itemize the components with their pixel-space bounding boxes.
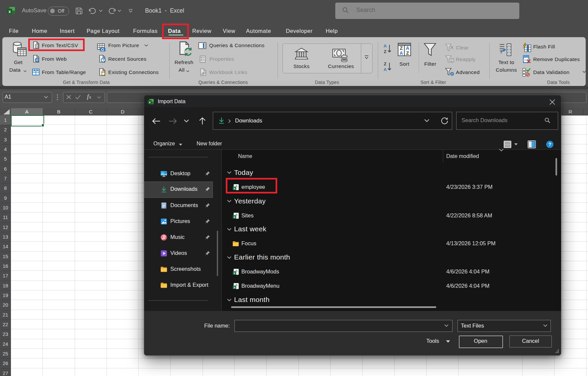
svg-text:Z: Z <box>384 61 386 66</box>
svg-text:A: A <box>399 50 403 56</box>
svg-text:A: A <box>406 45 409 51</box>
svg-text:A: A <box>383 43 387 48</box>
svg-text:x: x <box>234 215 235 219</box>
svg-text:Z: Z <box>406 50 409 56</box>
svg-text:Z: Z <box>400 45 403 51</box>
svg-text:x: x <box>234 271 235 275</box>
svg-text:Z: Z <box>384 49 386 54</box>
svg-text:x: x <box>9 9 11 14</box>
svg-text:A: A <box>383 67 387 72</box>
svg-text:x: x <box>234 286 235 289</box>
svg-text:x: x <box>149 101 151 104</box>
